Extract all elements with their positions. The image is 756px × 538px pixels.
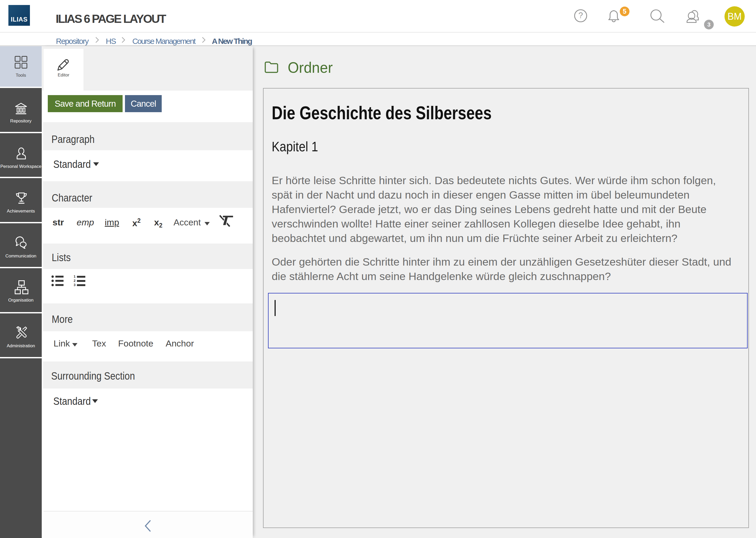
svg-text:3: 3 — [73, 283, 75, 287]
svg-text:?: ? — [578, 11, 583, 20]
svg-text:2: 2 — [73, 279, 75, 283]
svg-text:1: 1 — [73, 275, 75, 279]
